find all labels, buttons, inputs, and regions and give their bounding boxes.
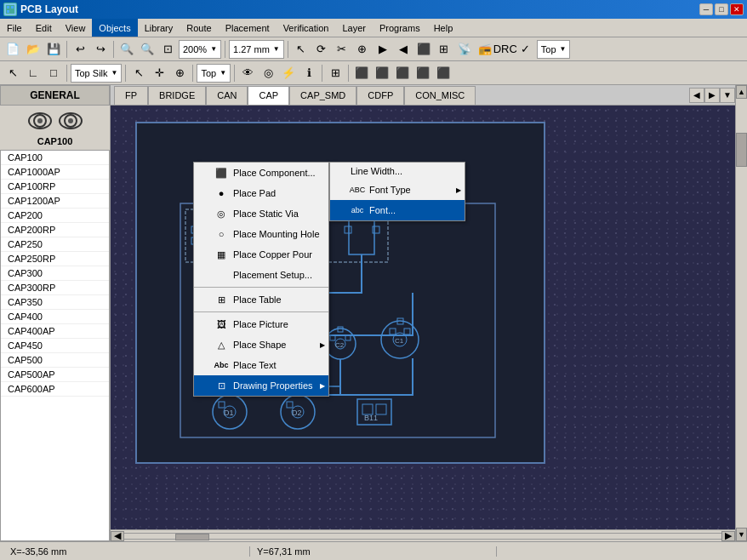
v-scroll-down[interactable]: ▼ bbox=[736, 528, 747, 541]
tab-can[interactable]: CAN bbox=[206, 86, 248, 105]
list-item[interactable]: CAP600AP bbox=[1, 382, 109, 397]
list-item[interactable]: CAP400 bbox=[1, 310, 109, 324]
zoom-level-dropdown[interactable]: 200% ▼ bbox=[179, 40, 221, 59]
list-item[interactable]: CAP400AP bbox=[1, 324, 109, 339]
tab-prev-arrow[interactable]: ◀ bbox=[689, 88, 704, 103]
line-width-item[interactable]: Line Width... bbox=[330, 163, 465, 180]
menu-layer[interactable]: Layer bbox=[335, 19, 373, 37]
list-item[interactable]: CAP250RP bbox=[1, 252, 109, 266]
list-item[interactable]: CAP1200AP bbox=[1, 194, 109, 209]
rect-icon[interactable]: □ bbox=[44, 64, 63, 83]
redo-icon[interactable]: ↪ bbox=[91, 40, 110, 59]
list-item[interactable]: CAP250 bbox=[1, 237, 109, 252]
tab-con-misc[interactable]: CON_MISC bbox=[404, 86, 476, 105]
placement-setup-item[interactable]: Placement Setup... bbox=[194, 265, 328, 285]
move-icon[interactable]: ✛ bbox=[150, 64, 168, 83]
layer-dropdown[interactable]: Top Silk ▼ bbox=[71, 64, 122, 83]
close-button[interactable]: ✕ bbox=[730, 3, 744, 15]
pcb-canvas[interactable]: DPS s.r.o. bbox=[111, 106, 735, 529]
cursor-icon[interactable]: ↖ bbox=[129, 64, 148, 83]
tool8-icon[interactable]: ⊞ bbox=[435, 40, 453, 59]
menu-edit[interactable]: Edit bbox=[29, 19, 59, 37]
minimize-button[interactable]: ─ bbox=[699, 3, 713, 15]
tab-bridge[interactable]: BRIDGE bbox=[148, 86, 206, 105]
horizontal-scrollbar[interactable]: ◀ ▶ bbox=[111, 529, 735, 541]
place-picture-item[interactable]: 🖼 Place Picture bbox=[194, 314, 328, 334]
comp-icon3[interactable]: ⬛ bbox=[373, 64, 391, 83]
tab-cap[interactable]: CAP bbox=[248, 86, 289, 105]
drawing-properties-item[interactable]: ⊡ Drawing Properties bbox=[194, 375, 328, 396]
menu-file[interactable]: File bbox=[0, 19, 29, 37]
list-item[interactable]: CAP200 bbox=[1, 209, 109, 223]
tool11-icon[interactable]: DRC bbox=[496, 40, 515, 59]
comp-icon2[interactable]: ⬛ bbox=[352, 64, 371, 83]
menu-objects[interactable]: Objects bbox=[92, 19, 137, 37]
select-icon[interactable]: ↖ bbox=[3, 64, 22, 83]
unit-dropdown[interactable]: 1.27 mm ▼ bbox=[229, 40, 284, 59]
v-scroll-thumb[interactable] bbox=[736, 133, 747, 167]
place-text-item[interactable]: Abc Place Text bbox=[194, 355, 328, 375]
list-item[interactable]: CAP200RP bbox=[1, 223, 109, 237]
place-static-via-item[interactable]: ◎ Place Static Via bbox=[194, 203, 328, 224]
tab-fp[interactable]: FP bbox=[114, 86, 148, 105]
tool9-icon[interactable]: 📡 bbox=[455, 40, 474, 59]
font-item[interactable]: abc Font... bbox=[330, 200, 465, 220]
list-item[interactable]: CAP1000AP bbox=[1, 165, 109, 180]
tool4-icon[interactable]: ⊕ bbox=[353, 40, 372, 59]
font-type-item[interactable]: ABC Font Type bbox=[330, 180, 465, 200]
view-layer-dropdown[interactable]: Top ▼ bbox=[197, 64, 231, 83]
menu-help[interactable]: Help bbox=[427, 19, 460, 37]
menu-placement[interactable]: Placement bbox=[219, 19, 277, 37]
h-scroll-thumb[interactable] bbox=[175, 534, 209, 540]
tool7-icon[interactable]: ⬛ bbox=[414, 40, 433, 59]
tool10-icon[interactable]: 📻 bbox=[476, 40, 494, 59]
layer-right-dropdown[interactable]: Top ▼ bbox=[537, 40, 571, 59]
tab-dropdown-arrow[interactable]: ▼ bbox=[720, 88, 735, 103]
menu-view[interactable]: View bbox=[59, 19, 93, 37]
menu-programs[interactable]: Programs bbox=[373, 19, 427, 37]
list-item[interactable]: CAP300RP bbox=[1, 281, 109, 295]
tool1-icon[interactable]: ↖ bbox=[292, 40, 311, 59]
zoom-in-icon[interactable]: 🔍 bbox=[117, 40, 136, 59]
open-file-icon[interactable]: 📂 bbox=[24, 40, 43, 59]
place-component-item[interactable]: ⬛ Place Component... bbox=[194, 163, 328, 183]
tab-cap-smd[interactable]: CAP_SMD bbox=[289, 86, 356, 105]
eye-icon[interactable]: 👁 bbox=[238, 64, 257, 83]
maximize-button[interactable]: □ bbox=[715, 3, 728, 15]
menu-route[interactable]: Route bbox=[180, 19, 218, 37]
grid-icon[interactable]: ⊞ bbox=[326, 64, 345, 83]
list-item[interactable]: CAP450 bbox=[1, 339, 109, 353]
place-pad-item[interactable]: ● Place Pad bbox=[194, 183, 328, 203]
comp-icon6[interactable]: ⬛ bbox=[434, 64, 453, 83]
save-file-icon[interactable]: 💾 bbox=[44, 40, 63, 59]
zoom-fit-icon[interactable]: ⊡ bbox=[158, 40, 177, 59]
tool5-icon[interactable]: ▶ bbox=[374, 40, 392, 59]
menu-verification[interactable]: Verification bbox=[277, 19, 336, 37]
comp-icon4[interactable]: ⬛ bbox=[393, 64, 412, 83]
draw-icon[interactable]: ∟ bbox=[24, 64, 43, 83]
tab-cdfp[interactable]: CDFP bbox=[356, 86, 404, 105]
list-item[interactable]: CAP500AP bbox=[1, 368, 109, 382]
tool6-icon[interactable]: ◀ bbox=[394, 40, 413, 59]
tool2-icon[interactable]: ⟳ bbox=[312, 40, 331, 59]
plus-icon[interactable]: ⊕ bbox=[170, 64, 189, 83]
tool3-icon[interactable]: ✂ bbox=[333, 40, 351, 59]
place-table-item[interactable]: ⊞ Place Table bbox=[194, 289, 328, 310]
undo-icon[interactable]: ↩ bbox=[71, 40, 89, 59]
comp-icon5[interactable]: ⬛ bbox=[413, 64, 432, 83]
tab-next-arrow[interactable]: ▶ bbox=[704, 88, 720, 103]
place-mounting-hole-item[interactable]: ○ Place Mounting Hole bbox=[194, 224, 328, 244]
component-list[interactable]: CAP100 CAP1000AP CAP100RP CAP1200AP CAP2… bbox=[0, 150, 110, 541]
vertical-scrollbar[interactable]: ▲ ▼ bbox=[735, 85, 747, 541]
flash-icon[interactable]: ⚡ bbox=[279, 64, 298, 83]
list-item[interactable]: CAP300 bbox=[1, 266, 109, 281]
h-scroll-right[interactable]: ▶ bbox=[721, 531, 735, 541]
info-icon[interactable]: ℹ bbox=[299, 64, 318, 83]
list-item[interactable]: CAP500 bbox=[1, 353, 109, 368]
v-scroll-up[interactable]: ▲ bbox=[736, 85, 747, 99]
list-item[interactable]: CAP350 bbox=[1, 295, 109, 310]
list-item[interactable]: CAP100RP bbox=[1, 180, 109, 194]
menu-library[interactable]: Library bbox=[138, 19, 180, 37]
h-scroll-left[interactable]: ◀ bbox=[111, 531, 124, 541]
new-file-icon[interactable]: 📄 bbox=[3, 40, 22, 59]
